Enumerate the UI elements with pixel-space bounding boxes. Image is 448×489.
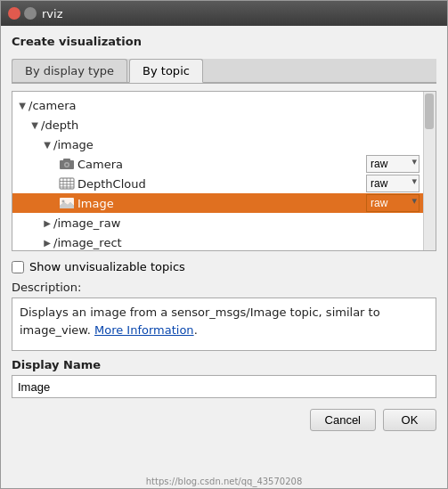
- image-dropdown-wrapper: raw: [366, 194, 419, 212]
- description-section: Description: Displays an image from a se…: [12, 281, 436, 351]
- ok-button[interactable]: OK: [383, 409, 436, 431]
- tree-item-depthcloud[interactable]: DepthCloud raw: [12, 174, 423, 193]
- description-text-before: Displays an image from a sensor_msgs/Ima…: [20, 306, 380, 337]
- tree-item-camera[interactable]: ▼ /camera: [12, 95, 423, 115]
- description-heading: Description:: [12, 281, 436, 294]
- depthcloud-icon: [59, 176, 75, 191]
- tree-item-image-plugin[interactable]: Image raw: [12, 193, 423, 213]
- unvisualizable-checkbox-row: Show unvisualizable topics: [12, 260, 436, 273]
- arrow-depth: ▼: [29, 120, 41, 130]
- scrollbar-thumb[interactable]: [425, 94, 434, 129]
- label-image-plugin: Image: [77, 197, 359, 210]
- arrow-camera: ▼: [16, 101, 29, 110]
- label-camera-plugin: Camera: [77, 158, 359, 171]
- tree-item-image-folder[interactable]: ▼ /image: [12, 134, 423, 154]
- unvisualizable-checkbox[interactable]: [12, 261, 24, 273]
- label-image-rect: /image_rect: [53, 236, 419, 249]
- description-text-after: .: [194, 323, 198, 337]
- arrow-image-rect: ▶: [41, 238, 53, 248]
- camera-icon: [59, 157, 75, 171]
- tab-by-topic[interactable]: By topic: [129, 59, 203, 83]
- display-name-label: Display Name: [12, 358, 436, 371]
- display-name-input[interactable]: [12, 375, 436, 398]
- depthcloud-select[interactable]: raw: [366, 175, 419, 192]
- topic-tree-panel: ▼ /camera ▼ /depth ▼ /image: [12, 91, 436, 251]
- dialog-title: Create visualization: [12, 35, 436, 48]
- label-depth: /depth: [41, 118, 419, 132]
- close-button[interactable]: [8, 7, 20, 20]
- camera-dropdown[interactable]: raw: [366, 155, 419, 173]
- tree-content: ▼ /camera ▼ /depth ▼ /image: [12, 92, 436, 251]
- watermark: https://blog.csdn.net/qq_43570208: [1, 477, 447, 488]
- dialog-content: Create visualization By display type By …: [1, 26, 447, 477]
- display-name-section: Display Name: [12, 358, 436, 398]
- tree-item-image-raw[interactable]: ▶ /image_raw: [12, 213, 423, 232]
- arrow-image-folder: ▼: [41, 140, 53, 150]
- cancel-button[interactable]: Cancel: [310, 409, 376, 431]
- titlebar: rviz: [1, 1, 447, 26]
- main-window: rviz Create visualization By display typ…: [0, 0, 448, 489]
- depthcloud-dropdown[interactable]: raw: [366, 175, 419, 192]
- tree-item-image-rect[interactable]: ▶ /image_rect: [12, 232, 423, 251]
- camera-select[interactable]: raw: [366, 155, 419, 173]
- window-controls: [8, 7, 37, 20]
- tab-by-display-type[interactable]: By display type: [12, 59, 127, 82]
- button-row: Cancel OK: [12, 409, 436, 431]
- label-depthcloud: DepthCloud: [77, 177, 359, 191]
- svg-point-3: [66, 164, 69, 167]
- image-icon: [59, 196, 75, 210]
- svg-rect-1: [63, 159, 70, 161]
- minimize-button[interactable]: [24, 7, 37, 20]
- tab-bar: By display type By topic: [12, 59, 436, 84]
- tree-item-depth[interactable]: ▼ /depth: [12, 115, 423, 134]
- image-select[interactable]: raw: [366, 194, 419, 212]
- window-title: rviz: [42, 7, 62, 20]
- more-information-link[interactable]: More Information: [94, 323, 194, 337]
- label-image-folder: /image: [53, 138, 419, 151]
- tree-item-camera-plugin[interactable]: Camera raw: [12, 154, 423, 174]
- camera-dropdown-wrapper: raw: [366, 155, 419, 173]
- label-camera: /camera: [29, 99, 419, 112]
- image-dropdown[interactable]: raw: [366, 194, 419, 212]
- description-box: Displays an image from a sensor_msgs/Ima…: [12, 297, 436, 351]
- depthcloud-dropdown-wrapper: raw: [366, 175, 419, 192]
- arrow-image-raw: ▶: [41, 218, 53, 228]
- unvisualizable-label: Show unvisualizable topics: [29, 260, 185, 273]
- label-image-raw: /image_raw: [53, 216, 419, 230]
- scrollbar-track: [423, 92, 436, 250]
